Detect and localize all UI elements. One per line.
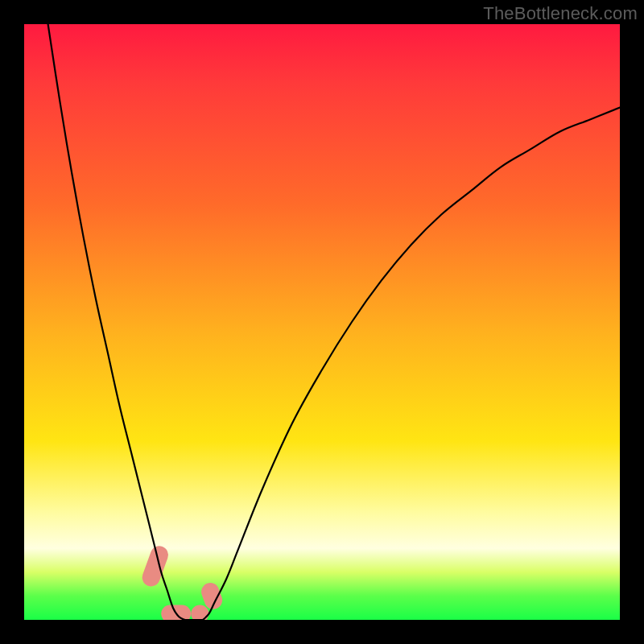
chart-plot-area [24, 24, 620, 620]
chart-markers [140, 543, 225, 620]
watermark-text: TheBottleneck.com [483, 3, 638, 24]
marker-left-end-blob [161, 605, 191, 621]
marker-left-top-blob [140, 543, 171, 588]
series-right-branch [203, 108, 620, 620]
marker-right-start-blob [199, 580, 225, 612]
chart-curve-layer [24, 24, 620, 620]
chart-series [48, 24, 620, 620]
series-left-branch [48, 24, 185, 620]
chart-frame: TheBottleneck.com [0, 0, 644, 644]
marker-right-end-blob [191, 605, 208, 621]
